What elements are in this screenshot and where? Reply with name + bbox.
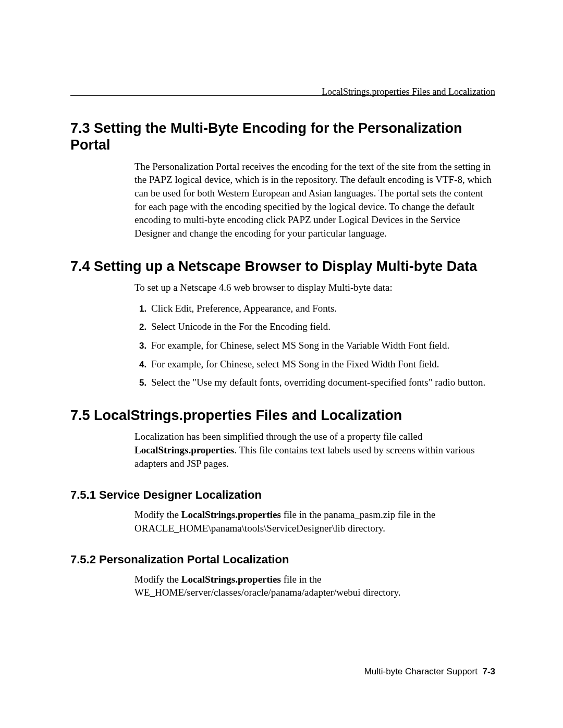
heading-7-5-1: 7.5.1 Service Designer Localization (70, 487, 495, 503)
footer: Multi-byte Character Support 7-3 (364, 666, 495, 678)
footer-page: 7-3 (482, 667, 495, 676)
para-7-5: Localization has been simplified through… (134, 430, 495, 470)
steps-7-4: Click Edit, Preference, Appearance, and … (134, 302, 495, 389)
footer-chapter: Multi-byte Character Support (364, 667, 478, 676)
para-7-5-2: Modify the LocalStrings.properties file … (134, 573, 495, 599)
step-1: Click Edit, Preference, Appearance, and … (149, 302, 495, 315)
page: LocalStrings.properties Files and Locali… (0, 0, 563, 728)
running-header: LocalStrings.properties Files and Locali… (322, 85, 495, 98)
para-7-5-1-pre: Modify the (134, 509, 181, 520)
para-7-5-pre: Localization has been simplified through… (134, 431, 422, 442)
heading-7-5-2: 7.5.2 Personalization Portal Localizatio… (70, 552, 495, 567)
step-5: Select the "Use my default fonts, overri… (149, 376, 495, 389)
para-7-4-intro: To set up a Netscape 4.6 web browser to … (134, 281, 495, 294)
heading-7-5: 7.5 LocalStrings.properties Files and Lo… (70, 407, 495, 424)
para-7-5-2-pre: Modify the (134, 574, 181, 585)
para-7-5-1-bold: LocalStrings.properties (181, 509, 281, 520)
heading-7-3: 7.3 Setting the Multi-Byte Encoding for … (70, 120, 495, 154)
step-3: For example, for Chinese, select MS Song… (149, 339, 495, 352)
para-7-5-1: Modify the LocalStrings.properties file … (134, 508, 495, 535)
content: 7.3 Setting the Multi-Byte Encoding for … (70, 120, 495, 599)
heading-7-4: 7.4 Setting up a Netscape Browser to Dis… (70, 258, 495, 275)
para-7-5-bold: LocalStrings.properties (134, 445, 234, 455)
step-2: Select Unicode in the For the Encoding f… (149, 320, 495, 334)
para-7-5-2-bold: LocalStrings.properties (181, 574, 281, 585)
step-4: For example, for Chinese, select MS Song… (149, 357, 495, 371)
para-7-3: The Personalization Portal receives the … (134, 160, 495, 240)
header-rule (70, 95, 495, 96)
